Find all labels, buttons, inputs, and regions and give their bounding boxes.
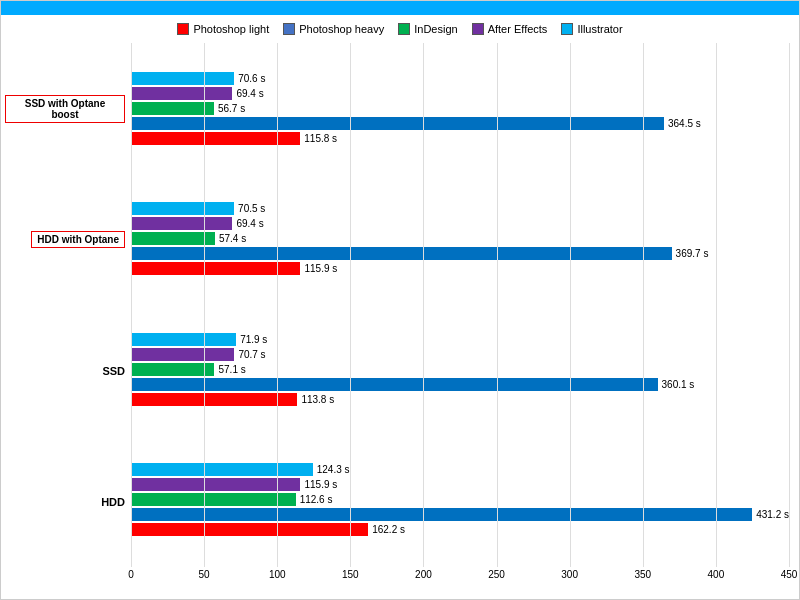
bar: [131, 232, 215, 245]
bar-row: 57.4 s: [131, 232, 789, 246]
bar-value-label: 70.5 s: [238, 203, 265, 214]
bar: [131, 348, 234, 361]
bar-row: 112.6 s: [131, 493, 789, 507]
chart-header: [1, 1, 799, 15]
bar-row: 115.9 s: [131, 478, 789, 492]
groups-container: 70.6 s69.4 s56.7 s364.5 s115.8 s70.5 s69…: [131, 43, 789, 567]
legend-item: Photoshop light: [177, 23, 269, 35]
bar-group: 71.9 s70.7 s57.1 s360.1 s113.8 s: [131, 329, 789, 409]
x-tick-label: 350: [634, 569, 651, 580]
legend-label: Photoshop heavy: [299, 23, 384, 35]
bar-row: 162.2 s: [131, 523, 789, 537]
bar-row: 115.8 s: [131, 131, 789, 145]
bar-value-label: 112.6 s: [300, 494, 333, 505]
bar: [131, 247, 672, 260]
bar-row: 71.9 s: [131, 332, 789, 346]
legend-item: After Effects: [472, 23, 548, 35]
chart-body: SSD with Optane boostHDD with OptaneSSDH…: [1, 43, 799, 599]
x-tick-label: 250: [488, 569, 505, 580]
legend-color-box: [472, 23, 484, 35]
bar-row: 360.1 s: [131, 377, 789, 391]
x-axis: 050100150200250300350400450: [131, 567, 789, 589]
bar-row: 431.2 s: [131, 508, 789, 522]
y-label-boxed: SSD with Optane boost: [5, 95, 125, 123]
y-label-plain: SSD: [102, 365, 125, 377]
bar: [131, 217, 232, 230]
legend-label: Illustrator: [577, 23, 622, 35]
bar: [131, 393, 297, 406]
bar-value-label: 57.4 s: [219, 233, 246, 244]
bar-row: 69.4 s: [131, 217, 789, 231]
bar-value-label: 124.3 s: [317, 464, 350, 475]
y-label-group: SSD: [5, 331, 125, 411]
bar: [131, 262, 300, 275]
y-label-boxed: HDD with Optane: [31, 231, 125, 248]
bar-row: 70.7 s: [131, 347, 789, 361]
bar: [131, 87, 232, 100]
bar: [131, 493, 296, 506]
legend-item: Illustrator: [561, 23, 622, 35]
bar-value-label: 431.2 s: [756, 509, 789, 520]
x-tick-label: 150: [342, 569, 359, 580]
bar-value-label: 162.2 s: [372, 524, 405, 535]
bar: [131, 478, 300, 491]
y-label-group: HDD: [5, 462, 125, 542]
bar-row: 57.1 s: [131, 362, 789, 376]
bar: [131, 463, 313, 476]
legend-label: Photoshop light: [193, 23, 269, 35]
bar-value-label: 113.8 s: [301, 394, 334, 405]
legend-label: After Effects: [488, 23, 548, 35]
bar: [131, 102, 214, 115]
bar-row: 369.7 s: [131, 247, 789, 261]
bar-value-label: 115.9 s: [304, 263, 337, 274]
bar-row: 70.5 s: [131, 202, 789, 216]
legend-color-box: [283, 23, 295, 35]
bar-row: 56.7 s: [131, 101, 789, 115]
legend: Photoshop lightPhotoshop heavyInDesignAf…: [1, 15, 799, 43]
grid-line: [789, 43, 790, 567]
bar-row: 113.8 s: [131, 392, 789, 406]
legend-color-box: [177, 23, 189, 35]
bar: [131, 508, 752, 521]
y-label-group: SSD with Optane boost: [5, 69, 125, 149]
bar-value-label: 364.5 s: [668, 118, 701, 129]
bar-value-label: 115.9 s: [304, 479, 337, 490]
bar: [131, 333, 236, 346]
x-tick-label: 450: [781, 569, 798, 580]
bar-value-label: 69.4 s: [236, 88, 263, 99]
bar-row: 364.5 s: [131, 116, 789, 130]
x-tick-label: 400: [708, 569, 725, 580]
bar-value-label: 360.1 s: [662, 379, 695, 390]
bar-group: 70.6 s69.4 s56.7 s364.5 s115.8 s: [131, 68, 789, 148]
y-label-group: HDD with Optane: [5, 200, 125, 280]
legend-color-box: [561, 23, 573, 35]
bar: [131, 523, 368, 536]
bar: [131, 72, 234, 85]
bar-row: 115.9 s: [131, 262, 789, 276]
legend-item: InDesign: [398, 23, 457, 35]
bar-value-label: 369.7 s: [676, 248, 709, 259]
bar-value-label: 56.7 s: [218, 103, 245, 114]
legend-color-box: [398, 23, 410, 35]
x-tick-label: 0: [128, 569, 134, 580]
legend-label: InDesign: [414, 23, 457, 35]
y-label-plain: HDD: [101, 496, 125, 508]
bar-value-label: 115.8 s: [304, 133, 337, 144]
x-tick-label: 200: [415, 569, 432, 580]
bar: [131, 202, 234, 215]
chart-container: Photoshop lightPhotoshop heavyInDesignAf…: [0, 0, 800, 600]
bar-value-label: 69.4 s: [236, 218, 263, 229]
bar-group: 124.3 s115.9 s112.6 s431.2 s162.2 s: [131, 460, 789, 540]
bar-row: 69.4 s: [131, 86, 789, 100]
bar-row: 124.3 s: [131, 463, 789, 477]
bar: [131, 363, 214, 376]
bar-value-label: 70.6 s: [238, 73, 265, 84]
x-tick-label: 300: [561, 569, 578, 580]
bar-value-label: 57.1 s: [218, 364, 245, 375]
y-labels: SSD with Optane boostHDD with OptaneSSDH…: [1, 43, 131, 589]
bar-row: 70.6 s: [131, 71, 789, 85]
legend-item: Photoshop heavy: [283, 23, 384, 35]
bar: [131, 117, 664, 130]
bar-group: 70.5 s69.4 s57.4 s369.7 s115.9 s: [131, 199, 789, 279]
bar-value-label: 71.9 s: [240, 334, 267, 345]
